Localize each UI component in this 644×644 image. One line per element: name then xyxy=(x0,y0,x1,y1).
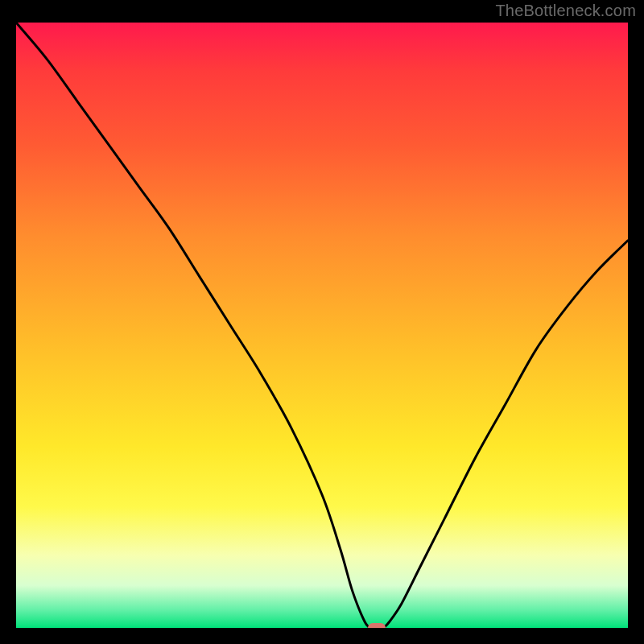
watermark-text: TheBottleneck.com xyxy=(495,2,636,20)
optimal-point-marker xyxy=(368,623,386,628)
plot-area xyxy=(16,23,628,628)
bottleneck-curve xyxy=(16,23,628,628)
chart-frame: TheBottleneck.com xyxy=(0,0,644,644)
